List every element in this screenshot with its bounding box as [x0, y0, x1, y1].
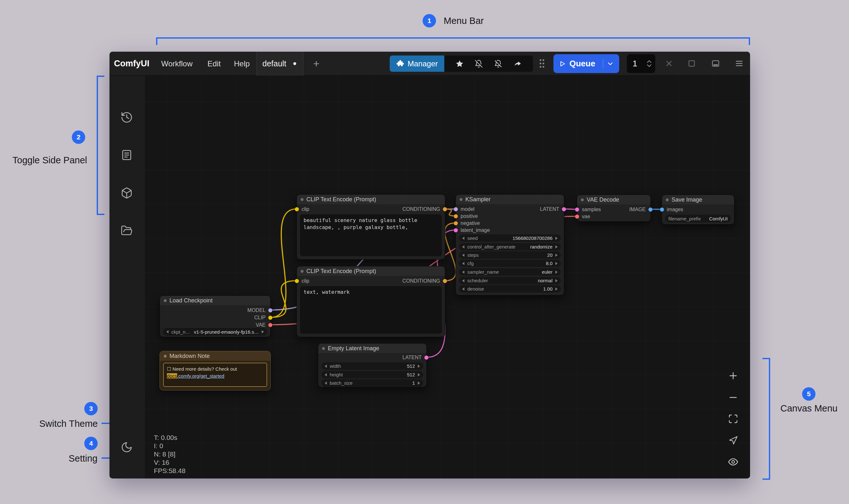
- sidebar-item-model-library[interactable]: [120, 186, 133, 199]
- clear-queue-button[interactable]: [662, 57, 675, 70]
- settings-button[interactable]: [120, 478, 133, 479]
- node-clip-text-encode-negative[interactable]: CLIP Text Encode (Prompt) clip CONDITION…: [297, 266, 445, 337]
- next-value-icon[interactable]: [418, 381, 420, 385]
- prev-value-icon[interactable]: [462, 287, 464, 291]
- node-empty-latent-image[interactable]: Empty Latent Image LATENT width512 heigh…: [318, 343, 427, 387]
- puzzle-icon: [396, 60, 404, 68]
- widget-ckpt-name[interactable]: ckpt_name v1-5-pruned-emaonly-fp16.s…: [163, 328, 267, 336]
- workflow-tab-default[interactable]: default: [256, 52, 303, 76]
- output-port-conditioning[interactable]: [443, 208, 447, 212]
- bell-off-icon[interactable]: [475, 60, 483, 68]
- bullet-icon: ☐: [167, 366, 171, 372]
- input-port-positive[interactable]: [454, 214, 458, 218]
- output-port-conditioning[interactable]: [443, 279, 447, 283]
- fit-view-button[interactable]: [727, 412, 740, 425]
- prev-value-icon[interactable]: [462, 237, 464, 240]
- prev-value-icon[interactable]: [166, 330, 169, 334]
- menu-workflow[interactable]: Workflow: [161, 52, 193, 76]
- drag-handle-icon[interactable]: [535, 57, 548, 70]
- select-mode-button[interactable]: [727, 434, 740, 447]
- docs-link[interactable]: docs: [167, 373, 177, 379]
- star-icon[interactable]: [456, 60, 464, 68]
- sidebar-item-queue-history[interactable]: [120, 111, 133, 124]
- toggle-link-visibility-button[interactable]: [727, 455, 740, 468]
- input-port-negative[interactable]: [454, 221, 458, 226]
- widget-width[interactable]: width512: [321, 362, 423, 370]
- widget-filename-prefix[interactable]: filename_prefix ComfyUI: [665, 215, 731, 222]
- queue-button[interactable]: Queue: [553, 54, 619, 73]
- menu-edit[interactable]: Edit: [208, 52, 220, 76]
- input-port-latent-image[interactable]: [454, 228, 458, 233]
- next-value-icon[interactable]: [555, 270, 558, 274]
- widget-steps[interactable]: steps20: [459, 251, 561, 259]
- widget-cfg[interactable]: cfg8.0: [459, 260, 561, 267]
- input-port-vae[interactable]: [575, 215, 579, 219]
- quick-actions-group: [444, 55, 533, 72]
- node-ksampler[interactable]: KSampler model LATENT positive negative …: [456, 194, 564, 295]
- input-port-clip[interactable]: [295, 208, 299, 212]
- next-value-icon[interactable]: [555, 254, 558, 257]
- widget-control-after-generate[interactable]: control_after_generaterandomize: [459, 243, 561, 250]
- output-port-image[interactable]: [649, 208, 653, 212]
- stop-button[interactable]: [685, 57, 698, 70]
- output-port-model[interactable]: [268, 308, 272, 312]
- batch-count-stepper[interactable]: 1: [627, 54, 655, 73]
- wire-clip-positive[interactable]: [271, 209, 297, 318]
- share-arrow-icon[interactable]: [514, 60, 522, 68]
- next-value-icon[interactable]: [555, 279, 558, 282]
- prev-value-icon[interactable]: [462, 270, 464, 274]
- zoom-out-button[interactable]: [727, 391, 740, 404]
- menu-help[interactable]: Help: [234, 52, 250, 76]
- new-workflow-tab-button[interactable]: +: [310, 57, 323, 70]
- widget-denoise[interactable]: denoise1.00: [459, 285, 561, 292]
- annotation-bracket-menubar: [156, 37, 750, 39]
- widget-height[interactable]: height512: [321, 371, 423, 378]
- next-value-icon[interactable]: [555, 237, 558, 240]
- node-save-image[interactable]: Save Image images filename_prefix ComfyU…: [662, 195, 735, 224]
- graph-canvas[interactable]: Load Checkpoint MODEL CLIP VAE ckpt_name…: [145, 76, 750, 479]
- prev-value-icon[interactable]: [462, 245, 464, 249]
- docs-link[interactable]: .comfy.org/get_started: [177, 373, 224, 379]
- next-value-icon[interactable]: [418, 373, 420, 376]
- prev-value-icon[interactable]: [324, 381, 327, 385]
- wire-clip-negative[interactable]: [271, 281, 297, 318]
- input-port-model[interactable]: [454, 208, 458, 212]
- main-menu-button[interactable]: [733, 57, 746, 70]
- prev-value-icon[interactable]: [324, 365, 327, 368]
- prev-value-icon[interactable]: [462, 262, 464, 265]
- theme-toggle-button[interactable]: [120, 441, 133, 454]
- prompt-textarea[interactable]: beautiful scenery nature glass bottle la…: [300, 214, 442, 256]
- output-port-vae[interactable]: [268, 323, 272, 327]
- next-value-icon[interactable]: [262, 330, 264, 334]
- output-port-latent[interactable]: [425, 356, 429, 360]
- moon-icon: [121, 441, 133, 453]
- input-port-samples[interactable]: [575, 208, 579, 212]
- input-port-images[interactable]: [660, 208, 664, 212]
- node-clip-text-encode-positive[interactable]: CLIP Text Encode (Prompt) clip CONDITION…: [297, 194, 445, 260]
- input-port-clip[interactable]: [295, 279, 299, 283]
- widget-batch-size[interactable]: batch_size1: [321, 379, 423, 386]
- zoom-in-button[interactable]: [727, 370, 740, 382]
- output-port-clip[interactable]: [268, 316, 272, 320]
- sidebar-item-workflows[interactable]: [120, 224, 133, 237]
- node-markdown-note[interactable]: Markdown Note ☐ Need more details? Check…: [160, 351, 271, 391]
- node-vae-decode[interactable]: VAE Decode samples IMAGE vae: [577, 195, 651, 222]
- chevron-down-icon[interactable]: [606, 60, 614, 68]
- widget-seed[interactable]: seed156680208700286: [459, 234, 561, 242]
- prompt-textarea[interactable]: text, watermark: [300, 286, 442, 334]
- widget-scheduler[interactable]: schedulernormal: [459, 277, 561, 284]
- prev-value-icon[interactable]: [324, 373, 327, 376]
- sidebar-item-node-list[interactable]: [120, 149, 133, 161]
- next-value-icon[interactable]: [555, 287, 558, 291]
- prev-value-icon[interactable]: [462, 254, 464, 257]
- node-load-checkpoint[interactable]: Load Checkpoint MODEL CLIP VAE ckpt_name…: [160, 295, 271, 337]
- widget-sampler-name[interactable]: sampler_nameeuler: [459, 268, 561, 276]
- bell-slash-icon[interactable]: [494, 60, 502, 68]
- next-value-icon[interactable]: [555, 262, 558, 265]
- bottom-panel-toggle-button[interactable]: [709, 57, 722, 70]
- prev-value-icon[interactable]: [462, 279, 464, 282]
- manager-button[interactable]: Manager: [390, 55, 444, 72]
- next-value-icon[interactable]: [418, 365, 420, 368]
- output-port-latent[interactable]: [562, 208, 566, 212]
- next-value-icon[interactable]: [555, 245, 558, 249]
